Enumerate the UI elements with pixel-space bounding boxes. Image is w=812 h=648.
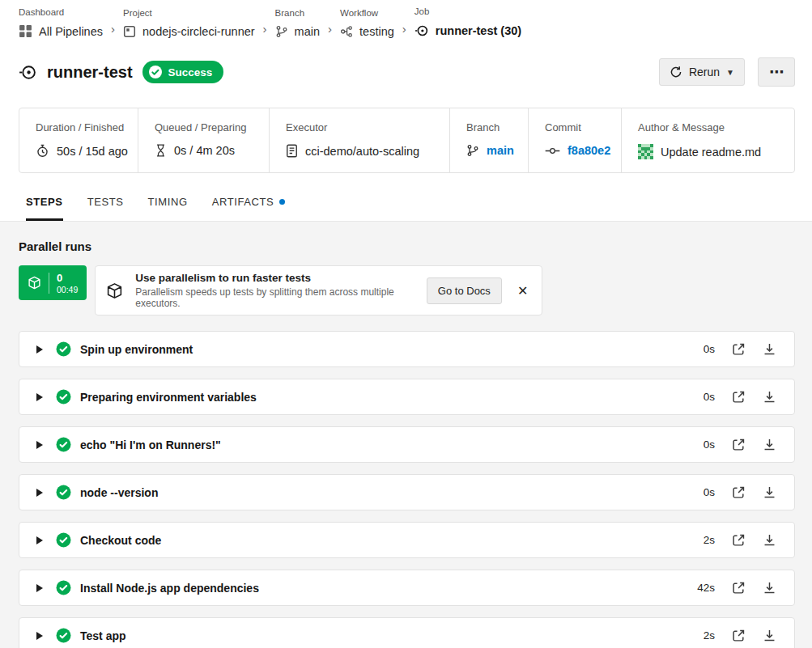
rerun-label: Rerun (689, 66, 720, 78)
breadcrumb-item-workflow: Workflow testing (340, 8, 394, 38)
breadcrumb-category: Project (123, 8, 255, 18)
breadcrumb: Dashboard All Pipelines › Project nodejs… (0, 0, 812, 38)
executor-doc-icon (286, 144, 298, 158)
job-meta-card: Duration / Finished 50s / 15d ago Queued… (19, 108, 795, 173)
expand-arrow-icon[interactable] (36, 584, 43, 592)
download-icon[interactable] (763, 485, 776, 499)
expand-arrow-icon[interactable] (36, 632, 43, 640)
open-external-icon[interactable] (732, 629, 746, 642)
chevron-right-icon: › (328, 22, 332, 38)
steps-panel: Parallel runs 0 00:49 Use parallelism to… (0, 221, 812, 648)
step-row-echo[interactable]: echo "Hi I'm on Runners!" 0s (19, 426, 795, 463)
breadcrumb-category: Branch (275, 8, 320, 18)
branch-icon (466, 144, 479, 157)
ellipsis-icon: ⋯ (769, 63, 784, 81)
meta-queued: Queued / Preparing 0s / 4m 20s (138, 108, 269, 172)
tab-timing[interactable]: TIMING (148, 196, 188, 221)
open-external-icon[interactable] (732, 533, 746, 547)
download-icon[interactable] (763, 390, 776, 404)
download-icon[interactable] (763, 533, 776, 547)
expand-arrow-icon[interactable] (36, 345, 43, 354)
rerun-button[interactable]: Rerun ▼ (659, 58, 745, 86)
step-name: Checkout code (80, 534, 161, 547)
step-name: Spin up environment (80, 343, 193, 356)
step-row-test-app[interactable]: Test app 2s (19, 617, 795, 648)
tab-steps[interactable]: STEPS (26, 196, 63, 221)
job-icon (415, 23, 429, 38)
open-external-icon[interactable] (732, 485, 746, 499)
breadcrumb-label: nodejs-circleci-runner (142, 25, 255, 38)
go-to-docs-button[interactable]: Go to Docs (427, 277, 502, 304)
breadcrumb-link-all-pipelines[interactable]: All Pipelines (19, 24, 103, 38)
expand-arrow-icon[interactable] (36, 489, 43, 497)
breadcrumb-link-branch[interactable]: main (275, 25, 320, 38)
breadcrumb-category: Job (415, 6, 521, 16)
meta-label: Branch (466, 121, 520, 133)
chevron-right-icon: › (402, 22, 406, 38)
step-name: Install Node.js app dependencies (80, 582, 259, 595)
download-icon[interactable] (763, 629, 776, 642)
parallel-run-badge[interactable]: 0 00:49 (19, 265, 87, 300)
meta-commit: Commit f8a80e2 (528, 108, 621, 172)
success-check-icon (56, 485, 71, 500)
workflow-icon (340, 25, 353, 38)
step-duration: 42s (692, 582, 715, 594)
step-row-spin-up[interactable]: Spin up environment 0s (19, 331, 795, 367)
chevron-right-icon: › (263, 22, 267, 38)
page-title: runner-test (47, 63, 133, 82)
success-check-icon (56, 628, 71, 643)
breadcrumb-link-project[interactable]: nodejs-circleci-runner (123, 25, 255, 38)
job-tabs: STEPS TESTS TIMING ARTIFACTS (0, 173, 812, 221)
download-icon[interactable] (763, 342, 776, 356)
breadcrumb-label: testing (359, 25, 394, 38)
breadcrumb-category: Dashboard (19, 7, 103, 17)
step-duration: 2s (692, 534, 715, 546)
breadcrumb-link-workflow[interactable]: testing (340, 25, 394, 38)
step-row-prepare-env[interactable]: Preparing environment variables 0s (19, 379, 795, 415)
close-icon[interactable]: ✕ (514, 282, 531, 300)
meta-value: f8a80e2 (568, 144, 610, 157)
breadcrumb-item-project: Project nodejs-circleci-runner (123, 8, 255, 38)
expand-arrow-icon[interactable] (36, 393, 43, 401)
meta-value: main (487, 144, 514, 157)
download-icon[interactable] (763, 438, 776, 451)
meta-label: Author & Message (638, 121, 786, 133)
branch-link[interactable]: main (466, 144, 520, 157)
meta-label: Executor (286, 121, 441, 133)
tab-artifacts[interactable]: ARTIFACTS (212, 196, 286, 221)
banner-subtitle: Parallelism speeds up tests by splitting… (135, 286, 415, 309)
step-name: Preparing environment variables (80, 391, 257, 404)
status-label: Success (168, 66, 213, 78)
breadcrumb-link-job[interactable]: runner-test (30) (415, 23, 521, 38)
open-external-icon[interactable] (732, 390, 746, 404)
step-duration: 0s (692, 438, 715, 451)
expand-arrow-icon[interactable] (36, 441, 43, 449)
open-external-icon[interactable] (732, 342, 746, 356)
step-name: Test app (80, 629, 126, 642)
breadcrumb-item-job: Job runner-test (30) (415, 6, 521, 38)
step-row-node-version[interactable]: node --version 0s (19, 474, 795, 510)
meta-duration: Duration / Finished 50s / 15d ago (19, 108, 138, 172)
open-external-icon[interactable] (732, 438, 746, 451)
commit-link[interactable]: f8a80e2 (545, 144, 613, 157)
step-row-checkout[interactable]: Checkout code 2s (19, 522, 795, 558)
meta-value: Update readme.md (661, 146, 761, 159)
meta-label: Duration / Finished (36, 121, 130, 133)
commit-icon (545, 146, 560, 156)
more-actions-button[interactable]: ⋯ (758, 57, 795, 87)
step-duration: 0s (692, 486, 715, 498)
download-icon[interactable] (763, 581, 776, 595)
expand-arrow-icon[interactable] (36, 536, 43, 544)
step-row-install-deps[interactable]: Install Node.js app dependencies 42s (19, 570, 795, 606)
section-title: Parallel runs (19, 239, 795, 253)
cube-icon (106, 282, 123, 299)
parallel-run-index: 0 (57, 272, 62, 284)
grid-icon (19, 24, 32, 38)
breadcrumb-category: Workflow (340, 8, 394, 18)
open-external-icon[interactable] (732, 581, 746, 595)
divider (49, 273, 49, 294)
tab-tests[interactable]: TESTS (87, 196, 124, 221)
step-duration: 0s (692, 343, 715, 355)
cube-icon (28, 276, 41, 290)
step-duration: 0s (692, 391, 715, 403)
